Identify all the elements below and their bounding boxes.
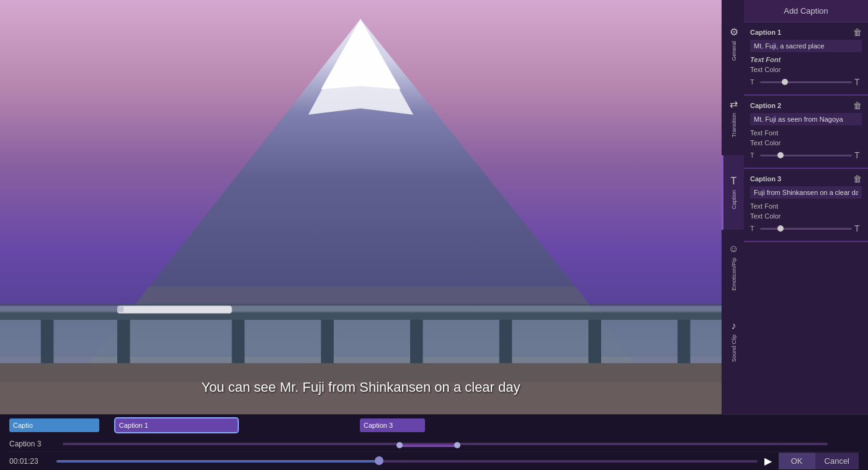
sidebar-item-label-general: General bbox=[731, 41, 737, 61]
caption-card-2: Caption 2 🗑 Text Font Text Color T T bbox=[744, 96, 868, 169]
sound-icon: ♪ bbox=[732, 320, 736, 332]
timeline-bar-caption1-label: Caption 1 bbox=[119, 422, 148, 429]
caption-3-slider-max: T bbox=[854, 224, 862, 233]
sidebar-item-emoticon[interactable]: ☺ Emoticon/Pip bbox=[722, 230, 744, 304]
caption-1-color-label: Text Color bbox=[750, 65, 862, 75]
emoticon-icon: ☺ bbox=[728, 243, 738, 255]
caption-3-slider[interactable] bbox=[760, 228, 852, 230]
caption-1-title: Caption 1 bbox=[750, 29, 781, 36]
caption-1-delete-button[interactable]: 🗑 bbox=[853, 27, 862, 37]
caption-1-header: Caption 1 🗑 bbox=[750, 27, 862, 37]
timeline-bar-captio[interactable]: Captio bbox=[9, 418, 99, 432]
caption-icon: T bbox=[731, 176, 737, 187]
caption-card-3: Caption 3 🗑 Text Font Text Color T T bbox=[744, 169, 868, 242]
caption-2-delete-button[interactable]: 🗑 bbox=[853, 101, 862, 111]
progress-fill bbox=[56, 460, 379, 463]
progress-bar[interactable] bbox=[56, 460, 758, 463]
caption-1-slider[interactable] bbox=[760, 81, 852, 83]
caption-1-text-input[interactable] bbox=[750, 40, 862, 52]
progress-thumb[interactable] bbox=[375, 456, 383, 465]
caption-1-slider-row: T T bbox=[750, 75, 862, 89]
caption-2-text-input[interactable] bbox=[750, 113, 862, 125]
svg-rect-7 bbox=[0, 312, 722, 320]
sidebar-item-transition[interactable]: ⇄ Transition bbox=[722, 81, 744, 155]
sidebar-item-general[interactable]: ⚙ General bbox=[722, 6, 744, 81]
play-button[interactable]: ▶ bbox=[761, 455, 775, 467]
caption-2-slider-min: T bbox=[750, 151, 758, 159]
ok-button[interactable]: OK bbox=[779, 453, 815, 469]
caption-3-timeline-label: Caption 3 bbox=[9, 440, 59, 448]
caption-3-font-label: Text Font bbox=[750, 201, 862, 211]
sidebar: ⚙ General ⇄ Transition T Caption ☺ Emoti… bbox=[722, 0, 744, 414]
caption-2-header: Caption 2 🗑 bbox=[750, 101, 862, 111]
sidebar-item-label-transition: Transition bbox=[731, 113, 737, 137]
timeline-range-container[interactable] bbox=[63, 443, 828, 445]
caption-3-header: Caption 3 🗑 bbox=[750, 174, 862, 184]
video-preview: You can see Mr. Fuji from Shinkansen on … bbox=[0, 0, 722, 414]
caption-2-slider[interactable] bbox=[760, 155, 852, 156]
caption-3-slider-min: T bbox=[750, 225, 758, 232]
timecode: 00:01:23 bbox=[9, 457, 53, 466]
caption-2-slider-row: T T bbox=[750, 148, 862, 163]
caption-3-delete-button[interactable]: 🗑 bbox=[853, 174, 862, 184]
caption-2-color-label: Text Color bbox=[750, 138, 862, 148]
range-handle-left[interactable] bbox=[396, 442, 403, 448]
transition-icon: ⇄ bbox=[730, 98, 738, 110]
video-caption-overlay: You can see Mr. Fuji from Shinkansen on … bbox=[201, 379, 520, 395]
caption-1-font-label: Text Font bbox=[750, 55, 862, 65]
timeline-track: Captio Caption 1 Caption 3 bbox=[6, 415, 862, 436]
cancel-button[interactable]: Cancel bbox=[815, 453, 859, 469]
add-caption-button[interactable]: Add Caption bbox=[744, 0, 868, 22]
sidebar-item-label-soundclip: Sound Clip bbox=[731, 335, 737, 362]
caption-2-slider-max: T bbox=[854, 150, 862, 160]
timeline-bar-captio-label: Captio bbox=[13, 422, 33, 429]
svg-rect-6 bbox=[0, 319, 722, 357]
ok-cancel-row: OK Cancel bbox=[779, 453, 859, 469]
timeline-label-row: Caption 3 bbox=[6, 436, 862, 452]
bottom-area: Captio Caption 1 Caption 3 Caption 3 00:… bbox=[0, 414, 868, 470]
svg-rect-18 bbox=[117, 306, 232, 314]
caption-2-font-label: Text Font bbox=[750, 128, 862, 138]
caption-3-range bbox=[400, 445, 461, 447]
timeline-bar-caption3-label: Caption 3 bbox=[364, 422, 393, 429]
right-panel: Add Caption Caption 1 🗑 Text Font Text C… bbox=[744, 0, 868, 414]
range-handle-right[interactable] bbox=[454, 442, 460, 448]
timeline-bar-container: Captio Caption 1 Caption 3 bbox=[9, 418, 825, 433]
bottom-controls: 00:01:23 ▶ OK Cancel bbox=[6, 451, 862, 470]
caption-3-text-input[interactable] bbox=[750, 186, 862, 199]
timeline-bar-caption3[interactable]: Caption 3 bbox=[360, 418, 425, 432]
sidebar-item-label-caption: Caption bbox=[731, 190, 737, 209]
sidebar-item-caption[interactable]: T Caption bbox=[722, 155, 744, 230]
caption-3-slider-row: T T bbox=[750, 221, 862, 236]
gear-icon: ⚙ bbox=[730, 26, 738, 38]
caption-1-slider-min: T bbox=[750, 78, 758, 86]
caption-1-slider-max: T bbox=[854, 77, 862, 87]
caption-2-title: Caption 2 bbox=[750, 102, 781, 109]
svg-rect-19 bbox=[117, 307, 123, 312]
sidebar-item-soundclip[interactable]: ♪ Sound Clip bbox=[722, 304, 744, 379]
caption-card-1: Caption 1 🗑 Text Font Text Color T T bbox=[744, 22, 868, 96]
caption-3-color-label: Text Color bbox=[750, 211, 862, 221]
caption-3-title: Caption 3 bbox=[750, 175, 781, 183]
sidebar-item-label-emoticon: Emoticon/Pip bbox=[731, 258, 737, 291]
timeline-bar-caption1[interactable]: Caption 1 bbox=[115, 418, 238, 432]
